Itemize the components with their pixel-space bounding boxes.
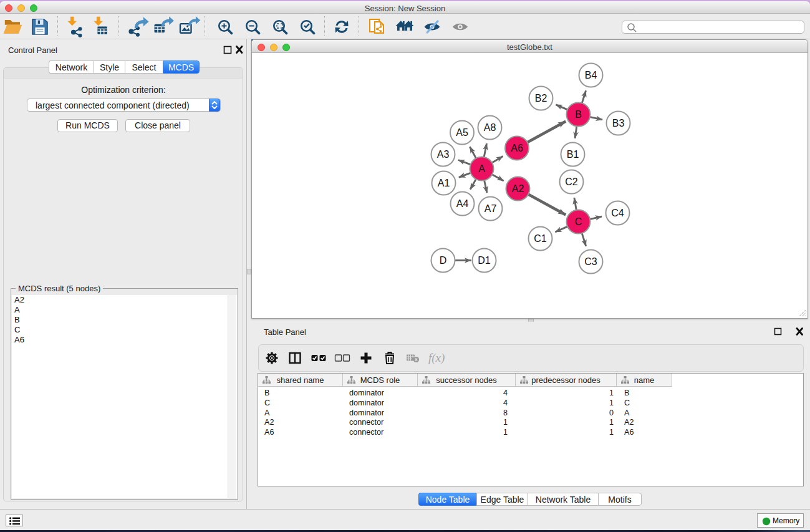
svg-text:A1: A1	[438, 178, 450, 188]
svg-text:C2: C2	[565, 177, 578, 187]
svg-text:A6: A6	[511, 143, 523, 153]
svg-text:B4: B4	[585, 70, 597, 80]
svg-text:D: D	[440, 255, 447, 266]
svg-text:C: C	[575, 216, 582, 227]
svg-text:C1: C1	[534, 233, 547, 244]
svg-text:C3: C3	[584, 256, 597, 267]
svg-text:B: B	[575, 109, 582, 120]
svg-text:A2: A2	[512, 183, 524, 194]
svg-text:A: A	[478, 163, 485, 174]
svg-text:A3: A3	[437, 149, 450, 160]
svg-text:C4: C4	[611, 208, 624, 218]
svg-text:D1: D1	[478, 255, 491, 266]
svg-text:A7: A7	[485, 203, 497, 214]
svg-text:A8: A8	[484, 122, 496, 133]
svg-text:A4: A4	[456, 198, 469, 209]
svg-text:A5: A5	[456, 127, 468, 138]
svg-text:B1: B1	[567, 149, 579, 160]
svg-text:B2: B2	[535, 93, 547, 104]
svg-text:f(x): f(x)	[428, 351, 445, 365]
svg-text:B3: B3	[612, 118, 625, 128]
